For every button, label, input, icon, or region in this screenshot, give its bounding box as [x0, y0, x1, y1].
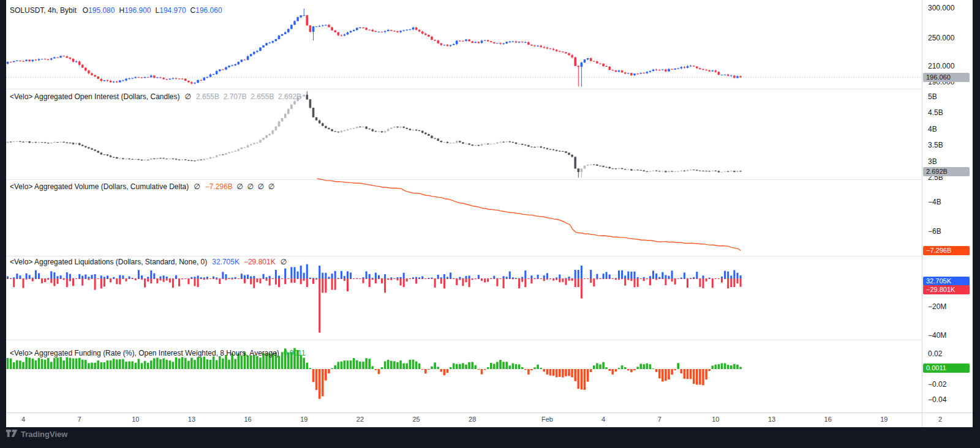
- axis-value-tag: −7.296B: [923, 246, 970, 255]
- legend-text: −7.296B: [205, 182, 233, 191]
- time-tick-label: 13: [188, 416, 195, 423]
- legend-text: 196.900: [124, 6, 151, 15]
- time-tick-label: 4: [601, 416, 605, 423]
- legend-text: <Velo> Aggregated Liquidations (Dollars,…: [10, 258, 207, 266]
- time-tick-label: 7: [78, 416, 81, 423]
- axis-tick-label: 0.02: [928, 349, 942, 359]
- time-tick-label: 4: [21, 416, 25, 423]
- time-tick-label: 19: [300, 416, 307, 423]
- axis-tick-label: 300.000: [928, 4, 954, 13]
- time-axis[interactable]: 4710131619222528Feb47101316192: [6, 413, 973, 427]
- time-tick-label: 22: [356, 416, 364, 423]
- open-interest-candles: [6, 91, 742, 177]
- cvd-line: [317, 179, 741, 251]
- legend-text: <Velo> Aggregated Volume (Dollars, Cumul…: [10, 182, 189, 191]
- legend-text: H: [119, 6, 124, 15]
- time-tick-label: 10: [712, 416, 719, 423]
- legend-text: ∅: [281, 258, 287, 266]
- pane-separators: [6, 89, 922, 340]
- price-axis[interactable]: 300.000250.000210.000190.000196.0605B4.5…: [922, 0, 973, 413]
- time-tick-label: Feb: [541, 416, 553, 423]
- legend-text: ∅: [194, 182, 200, 191]
- axis-tick-label: −6B: [928, 227, 941, 236]
- legend-funding-pane[interactable]: <Velo> Aggregated Funding (Rate (%), Ope…: [10, 349, 306, 358]
- legend-text: <Velo> Aggregated Open Interest (Dollars…: [10, 92, 180, 101]
- legend-text: 195.080: [88, 6, 115, 15]
- axis-value-tag: 2.692B: [923, 167, 970, 176]
- legend-text: O: [83, 6, 88, 15]
- time-tick-label: 19: [880, 416, 888, 423]
- time-tick-label: 10: [132, 416, 139, 423]
- legend-text: SOLUSDT, 4h, Bybit: [10, 6, 77, 15]
- brand-name: TradingView: [21, 430, 67, 439]
- axis-tick-label: 4.5B: [928, 108, 943, 118]
- axis-tick-label: 3B: [928, 157, 937, 166]
- time-tick-label: 2: [938, 416, 942, 423]
- axis-value-tag: −29.801K: [923, 285, 970, 294]
- legend-volume-cvd-pane[interactable]: <Velo> Aggregated Volume (Dollars, Cumul…: [10, 182, 274, 192]
- legend-text: 32.705K: [212, 258, 239, 266]
- liquidation-bars: [6, 264, 742, 333]
- chart-window: SOLUSDT, 4h, BybitO195.080H196.900L194.9…: [6, 0, 973, 427]
- time-tick-label: 25: [412, 416, 420, 423]
- axis-value-tag: 0.0011: [923, 364, 970, 373]
- time-tick-label: 28: [469, 416, 476, 423]
- legend-text: ∅ ∅ ∅ ∅: [233, 182, 274, 191]
- legend-open-interest-pane[interactable]: <Velo> Aggregated Open Interest (Dollars…: [10, 92, 301, 102]
- legend-liquidations-pane[interactable]: <Velo> Aggregated Liquidations (Dollars,…: [10, 258, 287, 267]
- tradingview-logo-icon: [6, 430, 18, 438]
- axis-value-tag: 196.060: [923, 73, 970, 82]
- axis-value-tag: 32.705K: [923, 277, 970, 286]
- time-tick-label: 7: [658, 416, 662, 423]
- legend-price-pane[interactable]: SOLUSDT, 4h, BybitO195.080H196.900L194.9…: [10, 6, 222, 15]
- axis-tick-label: 4B: [928, 125, 937, 134]
- axis-tick-label: −0.02: [928, 380, 946, 389]
- legend-text: C: [190, 6, 196, 15]
- legend-text: <Velo> Aggregated Funding (Rate (%), Ope…: [10, 349, 279, 357]
- axis-tick-label: −20M: [928, 302, 946, 312]
- time-tick-label: 13: [768, 416, 775, 423]
- axis-tick-label: 5B: [928, 92, 937, 102]
- axis-tick-label: 250.000: [928, 34, 954, 43]
- price-candles: [6, 9, 742, 87]
- axis-tick-label: 3.5B: [928, 141, 943, 150]
- axis-tick-label: −40M: [928, 331, 946, 340]
- legend-text: 0.0011: [284, 349, 306, 357]
- legend-text: 194.970: [159, 6, 186, 15]
- time-tick-label: 16: [824, 416, 832, 423]
- axis-tick-label: −0.04: [928, 395, 946, 405]
- tradingview-branding[interactable]: TradingView: [6, 428, 67, 439]
- legend-text: −29.801K: [244, 258, 276, 266]
- legend-text: ∅: [185, 92, 191, 101]
- time-tick-label: 16: [244, 416, 251, 423]
- axis-tick-label: −4B: [928, 198, 941, 207]
- legend-text: 196.060: [195, 6, 222, 15]
- axis-tick-label: 210.000: [928, 62, 954, 71]
- legend-text: 2.655B 2.707B 2.655B 2.692B: [196, 92, 301, 101]
